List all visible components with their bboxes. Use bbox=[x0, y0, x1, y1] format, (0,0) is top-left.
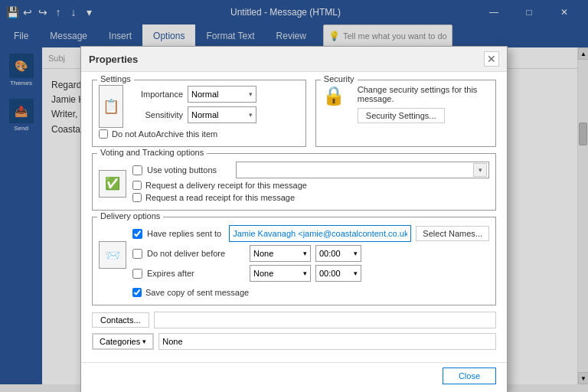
voting-icon: ✅ bbox=[99, 170, 126, 198]
categories-input[interactable] bbox=[158, 333, 496, 350]
do-not-deliver-label: Do not deliver before bbox=[147, 249, 245, 258]
read-receipt-label: Request a read receipt for this message bbox=[145, 193, 295, 202]
save-copy-label: Save copy of sent message bbox=[145, 288, 249, 297]
sensitivity-row: Sensitivity Normal ▾ bbox=[129, 106, 256, 123]
contacts-input[interactable] bbox=[154, 312, 496, 328]
importance-row: Importance Normal ▾ bbox=[129, 86, 256, 103]
expires-after-checkbox[interactable] bbox=[132, 269, 142, 279]
expires-after-time-value: 00:00 bbox=[319, 269, 352, 278]
delivery-receipt-checkbox[interactable] bbox=[132, 181, 142, 190]
do-not-deliver-time-select[interactable]: 00:00 ▾ bbox=[315, 245, 361, 262]
delivery-fields: Have replies sent to Select Names... Do … bbox=[132, 225, 489, 285]
security-group-label: Security bbox=[321, 74, 358, 83]
do-not-deliver-date-arrow: ▾ bbox=[303, 250, 307, 257]
sensitivity-label: Sensitivity bbox=[129, 110, 183, 119]
reply-to-input[interactable] bbox=[229, 225, 411, 242]
categories-row: Categories ▾ bbox=[92, 333, 496, 350]
sensitivity-value: Normal bbox=[191, 110, 218, 119]
delivery-icon: 📨 bbox=[99, 241, 126, 269]
have-replies-checkbox[interactable] bbox=[132, 229, 142, 239]
have-replies-label: Have replies sent to bbox=[147, 229, 221, 238]
do-not-deliver-checkbox[interactable] bbox=[132, 249, 142, 259]
categories-dropdown-arrow[interactable]: ▾ bbox=[142, 338, 146, 345]
categories-label: Categories bbox=[100, 337, 140, 346]
voting-row-container: ✅ Use voting buttons ▾ Request a deliver… bbox=[99, 162, 489, 205]
lock-icon: 🔒 bbox=[322, 85, 345, 106]
dialog-close-button[interactable]: ✕ bbox=[484, 51, 499, 67]
close-dialog-button[interactable]: Close bbox=[443, 368, 496, 384]
security-settings-button[interactable]: Security Settings... bbox=[358, 108, 445, 123]
importance-label: Importance bbox=[129, 90, 183, 99]
security-text-area: Change security settings for this messag… bbox=[358, 85, 489, 123]
delivery-receipt-row: Request a delivery receipt for this mess… bbox=[132, 181, 489, 190]
sensitivity-select[interactable]: Normal ▾ bbox=[188, 106, 256, 123]
do-not-deliver-time-value: 00:00 bbox=[319, 249, 352, 258]
dialog-title-text: Properties bbox=[89, 54, 138, 65]
settings-icon-area: 📋 Importance Normal ▾ Sensitivity bbox=[99, 85, 299, 128]
expires-after-row: Expires after None ▾ 00:00 ▾ bbox=[132, 265, 489, 282]
contacts-button[interactable]: Contacts... bbox=[92, 312, 149, 328]
settings-group-label: Settings bbox=[97, 74, 134, 83]
voting-options: Use voting buttons ▾ Request a delivery … bbox=[132, 162, 489, 205]
voting-section-label: Voting and Tracking options bbox=[97, 148, 207, 157]
use-voting-label: Use voting buttons bbox=[147, 165, 231, 175]
voting-combo-arrow[interactable]: ▾ bbox=[473, 163, 487, 177]
voting-buttons-combo[interactable]: ▾ bbox=[236, 162, 489, 178]
categories-button[interactable]: Categories ▾ bbox=[93, 334, 153, 349]
security-group: Security 🔒 Change security settings for … bbox=[315, 80, 496, 147]
settings-security-row: Settings 📋 Importance Normal ▾ bbox=[92, 80, 496, 147]
importance-select[interactable]: Normal ▾ bbox=[188, 86, 256, 103]
contacts-row: Contacts... bbox=[92, 312, 496, 328]
expires-after-date-select[interactable]: None ▾ bbox=[250, 265, 311, 282]
expires-after-label: Expires after bbox=[147, 269, 245, 278]
select-names-button[interactable]: Select Names... bbox=[416, 226, 489, 241]
dialog-body: Settings 📋 Importance Normal ▾ bbox=[81, 72, 507, 362]
do-not-deliver-date-select[interactable]: None ▾ bbox=[250, 245, 311, 262]
read-receipt-row: Request a read receipt for this message bbox=[132, 193, 489, 202]
properties-dialog: Properties ✕ Settings 📋 Importance bbox=[80, 46, 508, 392]
do-not-deliver-date-value: None bbox=[253, 249, 302, 258]
importance-value: Normal bbox=[191, 90, 218, 99]
settings-fields: Importance Normal ▾ Sensitivity Normal bbox=[129, 86, 256, 127]
dialog-footer: Close bbox=[81, 362, 507, 392]
save-copy-checkbox[interactable] bbox=[132, 288, 142, 297]
autoarchive-row: Do not AutoArchive this item bbox=[99, 129, 299, 139]
delivery-section-label: Delivery options bbox=[97, 211, 163, 220]
autoarchive-label: Do not AutoArchive this item bbox=[112, 129, 217, 139]
expires-after-time-select[interactable]: 00:00 ▾ bbox=[315, 265, 361, 282]
importance-arrow: ▾ bbox=[249, 90, 253, 98]
expires-after-date-value: None bbox=[253, 269, 302, 278]
read-receipt-checkbox[interactable] bbox=[132, 193, 142, 202]
use-voting-row: Use voting buttons ▾ bbox=[132, 162, 489, 178]
autoarchive-checkbox[interactable] bbox=[99, 129, 108, 139]
save-copy-row: Save copy of sent message bbox=[132, 288, 489, 297]
settings-group: Settings 📋 Importance Normal ▾ bbox=[92, 80, 306, 147]
dialog-title-bar: Properties ✕ bbox=[81, 47, 507, 72]
delivery-receipt-label: Request a delivery receipt for this mess… bbox=[145, 181, 307, 190]
security-content: 🔒 Change security settings for this mess… bbox=[322, 85, 489, 123]
do-not-deliver-row: Do not deliver before None ▾ 00:00 ▾ bbox=[132, 245, 489, 262]
settings-form-icon: 📋 bbox=[99, 85, 123, 128]
sensitivity-arrow: ▾ bbox=[249, 111, 253, 119]
have-replies-row: Have replies sent to Select Names... bbox=[132, 225, 489, 242]
voting-section: Voting and Tracking options ✅ Use voting… bbox=[92, 153, 496, 211]
categories-btn-container: Categories ▾ bbox=[92, 333, 154, 350]
modal-overlay: Properties ✕ Settings 📋 Importance bbox=[0, 0, 588, 392]
use-voting-checkbox[interactable] bbox=[132, 165, 142, 175]
delivery-icon-row: 📨 Have replies sent to Select Names... bbox=[99, 225, 489, 285]
expires-after-date-arrow: ▾ bbox=[303, 270, 307, 277]
security-description: Change security settings for this messag… bbox=[358, 85, 489, 103]
do-not-deliver-time-arrow: ▾ bbox=[354, 250, 358, 257]
expires-after-time-arrow: ▾ bbox=[354, 270, 358, 277]
delivery-section: Delivery options 📨 Have replies sent to … bbox=[92, 217, 496, 305]
